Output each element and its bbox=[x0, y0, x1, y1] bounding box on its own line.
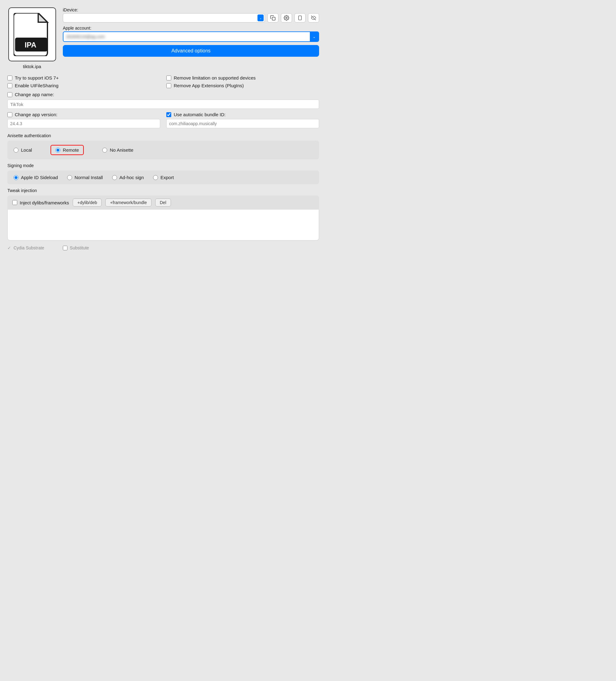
signing-normal-install-label: Normal Install bbox=[75, 175, 103, 180]
signing-normal-install-row: Normal Install bbox=[67, 175, 103, 180]
inject-dylibs-label: Inject dylibs/frameworks bbox=[20, 200, 69, 205]
account-dropdown-button[interactable]: ⌄ bbox=[310, 32, 319, 41]
signing-apple-sideload-radio[interactable] bbox=[14, 175, 19, 180]
anisette-remote-label: Remote bbox=[63, 147, 79, 153]
anisette-local-label: Local bbox=[21, 147, 32, 153]
change-version-label: Change app version: bbox=[15, 112, 57, 117]
del-button[interactable]: Del bbox=[155, 199, 171, 206]
tweak-list bbox=[7, 210, 319, 241]
advanced-options-button[interactable]: Advanced options bbox=[63, 45, 319, 57]
inject-dylibs-row: Inject dylibs/frameworks bbox=[12, 200, 69, 205]
tweak-section: Inject dylibs/frameworks +dylib/deb +fra… bbox=[7, 196, 319, 241]
change-version-row: Change app version: bbox=[7, 112, 160, 117]
use-bundle-id-row: Use automatic bundle ID: bbox=[166, 112, 319, 117]
svg-text:IPA: IPA bbox=[25, 41, 36, 49]
wrench-icon-btn[interactable] bbox=[281, 13, 292, 23]
change-app-name-checkbox[interactable] bbox=[7, 92, 12, 97]
uifilesharing-row: Enable UIFileSharing bbox=[7, 83, 160, 88]
svg-rect-2 bbox=[272, 17, 275, 20]
anisette-section-label: Anisette authentication bbox=[7, 133, 319, 138]
copy-icon-btn[interactable] bbox=[267, 13, 278, 23]
signing-adhoc-label: Ad-hoc sign bbox=[119, 175, 144, 180]
apple-account-value: 2626/6216@qq.com bbox=[63, 34, 310, 39]
apple-account-row[interactable]: 2626/6216@qq.com ⌄ bbox=[63, 31, 319, 42]
change-app-name-row: Change app name: bbox=[7, 92, 319, 97]
signing-adhoc-row: Ad-hoc sign bbox=[112, 175, 144, 180]
apple-account-section: Apple account: 2626/6216@qq.com ⌄ bbox=[63, 26, 319, 42]
eye-slash-icon-btn[interactable] bbox=[308, 13, 319, 23]
cydia-substrate-item: ✓ Cydia Substrate bbox=[7, 245, 44, 250]
substitute-label: Substitute bbox=[70, 245, 89, 250]
idevice-label: iDevice: bbox=[63, 7, 319, 12]
version-input[interactable] bbox=[7, 119, 160, 128]
phone-icon-btn[interactable] bbox=[294, 13, 305, 23]
options-grid: Try to support iOS 7+ Remove limitation … bbox=[7, 75, 319, 88]
tweak-header: Inject dylibs/frameworks +dylib/deb +fra… bbox=[7, 196, 319, 210]
version-bundle-inputs-row bbox=[7, 118, 319, 128]
dylib-deb-button[interactable]: +dylib/deb bbox=[73, 199, 102, 206]
version-bundle-check-row: Change app version: Use automatic bundle… bbox=[7, 112, 319, 117]
signing-apple-sideload-label: Apple ID Sideload bbox=[21, 175, 58, 180]
svg-point-3 bbox=[286, 17, 287, 19]
ios7-support-checkbox[interactable] bbox=[7, 76, 12, 80]
framework-bundle-button[interactable]: +framework/bundle bbox=[105, 199, 151, 206]
cydia-substrate-label: Cydia Substrate bbox=[14, 245, 44, 250]
ipa-icon: IPA bbox=[8, 7, 56, 61]
substitute-item: Substitute bbox=[63, 245, 89, 250]
idevice-section: iDevice: ⌄ bbox=[63, 7, 319, 23]
anisette-remote-row: Remote bbox=[55, 147, 79, 153]
ipa-file-info: IPA tiktok.ipa bbox=[7, 7, 57, 69]
remove-limit-checkbox[interactable] bbox=[166, 76, 171, 80]
cydia-row: ✓ Cydia Substrate Substitute bbox=[7, 244, 319, 252]
cydia-substrate-check: ✓ bbox=[7, 245, 11, 250]
right-panel: iDevice: ⌄ bbox=[63, 7, 319, 57]
inject-dylibs-checkbox[interactable] bbox=[12, 200, 17, 205]
use-bundle-id-label: Use automatic bundle ID: bbox=[174, 112, 225, 117]
anisette-no-anisette-row: No Anisette bbox=[102, 147, 133, 153]
apple-account-label: Apple account: bbox=[63, 26, 319, 30]
change-app-name-label: Change app name: bbox=[15, 92, 54, 97]
idevice-select-wrapper[interactable]: ⌄ bbox=[63, 13, 265, 23]
anisette-no-anisette-radio[interactable] bbox=[102, 148, 107, 153]
remove-extensions-checkbox[interactable] bbox=[166, 83, 171, 88]
anisette-local-row: Local bbox=[14, 147, 32, 153]
uifilesharing-checkbox[interactable] bbox=[7, 83, 12, 88]
ios7-support-label: Try to support iOS 7+ bbox=[15, 75, 58, 80]
remove-extensions-row: Remove App Extensions (PlugIns) bbox=[166, 83, 319, 88]
anisette-radio-section: Local Remote No Anisette bbox=[7, 141, 319, 159]
anisette-no-anisette-label: No Anisette bbox=[110, 147, 133, 153]
anisette-local-radio[interactable] bbox=[14, 148, 19, 153]
signing-normal-install-radio[interactable] bbox=[67, 175, 72, 180]
ipa-filename: tiktok.ipa bbox=[23, 64, 41, 69]
anisette-remote-radio[interactable] bbox=[55, 148, 60, 153]
tweak-injection-label: Tweak injection bbox=[7, 188, 319, 193]
signing-mode-radio-section: Apple ID Sideload Normal Install Ad-hoc … bbox=[7, 171, 319, 184]
signing-export-radio[interactable] bbox=[153, 175, 158, 180]
bundle-input[interactable] bbox=[166, 119, 319, 128]
signing-export-row: Export bbox=[153, 175, 174, 180]
app-name-input[interactable] bbox=[7, 100, 319, 109]
remove-limit-label: Remove limitation on supported devices bbox=[174, 75, 256, 80]
signing-mode-label: Signing mode bbox=[7, 163, 319, 168]
signing-export-label: Export bbox=[160, 175, 174, 180]
ios7-support-row: Try to support iOS 7+ bbox=[7, 75, 160, 80]
remove-extensions-label: Remove App Extensions (PlugIns) bbox=[174, 83, 244, 88]
change-version-checkbox[interactable] bbox=[7, 112, 12, 117]
signing-apple-sideload-row: Apple ID Sideload bbox=[14, 175, 58, 180]
signing-adhoc-radio[interactable] bbox=[112, 175, 117, 180]
uifilesharing-label: Enable UIFileSharing bbox=[15, 83, 58, 88]
remove-limit-row: Remove limitation on supported devices bbox=[166, 75, 319, 80]
use-bundle-id-checkbox[interactable] bbox=[166, 112, 171, 117]
idevice-row: ⌄ bbox=[63, 13, 319, 23]
idevice-select[interactable] bbox=[63, 13, 265, 23]
anisette-remote-highlight: Remote bbox=[51, 145, 84, 155]
substitute-checkbox[interactable] bbox=[63, 246, 68, 250]
